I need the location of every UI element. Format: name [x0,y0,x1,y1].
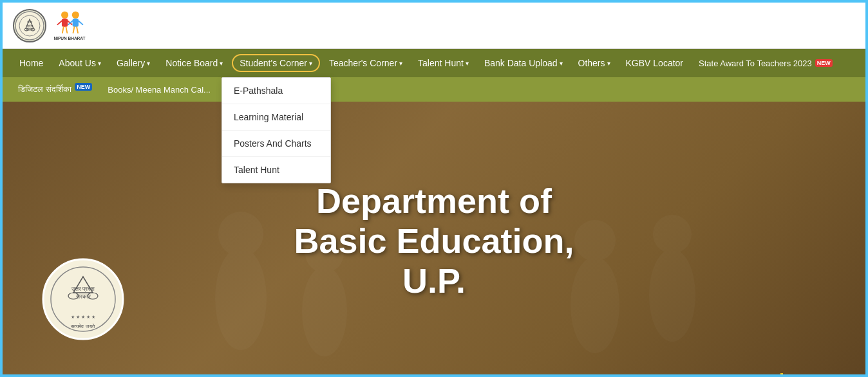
state-award-new-badge: NEW [815,59,833,67]
svg-point-8 [61,11,68,18]
notice-arrow: ▾ [220,60,223,67]
svg-point-28 [653,215,692,253]
nav-home[interactable]: Home [13,54,50,72]
hero-text: Department of Basic Education, U.P. [294,181,574,300]
up-govt-logo: उत्तर प्रदेश सरकार [13,9,46,42]
others-arrow: ▾ [607,60,610,67]
nav-notice-board[interactable]: Notice Board ▾ [159,54,229,72]
hero-section: उत्तर प्रदेश सरकार ★ ★ ★ ★ ★ सत्यमेव जयत… [3,102,865,377]
nav-others[interactable]: Others ▾ [572,54,617,72]
dropdown-epathshala[interactable]: E-Pathshala [222,78,330,104]
svg-text:NIPUN BHARAT: NIPUN BHARAT [54,36,86,41]
nav-students-corner[interactable]: Student's Corner ▾ [232,54,320,72]
gallery-arrow: ▾ [147,60,150,67]
svg-line-10 [57,21,62,24]
svg-point-14 [72,11,79,18]
students-corner-dropdown: E-Pathshala Learning Material Posters An… [222,77,331,183]
nav-state-award[interactable]: State Award To Teachers 2023 NEW [692,55,839,72]
nav-teachers-corner[interactable]: Teacher's Corner ▾ [323,54,409,72]
logo-area: उत्तर प्रदेश सरकार [13,9,86,42]
nav-bank-data[interactable]: Bank Data Upload ▾ [478,54,569,72]
svg-text:★ ★ ★ ★ ★: ★ ★ ★ ★ ★ [71,315,95,319]
nav-gallery[interactable]: Gallery ▾ [110,54,156,72]
nipun-logo: NIPUN BHARAT [53,9,86,42]
sec-nav-digital[interactable]: डिजिटल संदर्शिका NEW [13,81,97,97]
svg-point-22 [218,212,263,257]
teachers-arrow: ▾ [399,60,402,67]
svg-line-17 [79,21,83,24]
sec-nav-books[interactable]: Books/ Meena Manch Cal... [102,82,216,97]
svg-text:सत्यमेव जयते: सत्यमेव जयते [70,323,95,329]
nav-about[interactable]: About Us ▾ [52,54,108,72]
svg-line-19 [77,26,78,32]
dropdown-learning-material[interactable]: Learning Material [222,104,330,131]
about-arrow: ▾ [98,60,101,67]
hero-title: Department of Basic Education, U.P. [294,181,574,300]
secondary-navbar: डिजिटल संदर्शिका NEW Books/ Meena Manch … [3,77,865,102]
svg-line-18 [73,26,75,32]
svg-line-12 [62,26,64,32]
talent-arrow: ▾ [466,60,469,67]
header-top: उत्तर प्रदेश सरकार [3,3,865,49]
nav-talent-hunt[interactable]: Talent Hunt ▾ [411,54,475,72]
dropdown-talent-hunt[interactable]: Talent Hunt [222,157,330,183]
navbar: Home About Us ▾ Gallery ▾ Notice Board ▾… [3,49,865,77]
hero-emblem: उत्तर प्रदेश सरकार ★ ★ ★ ★ ★ सत्यमेव जयत… [41,257,125,341]
svg-rect-15 [73,18,79,26]
bank-arrow: ▾ [560,60,563,67]
dropdown-posters-charts[interactable]: Posters And Charts [222,131,330,157]
students-arrow: ▾ [309,60,312,67]
svg-point-21 [215,247,267,350]
svg-line-13 [66,26,67,32]
nav-kgbv[interactable]: KGBV Locator [619,54,690,72]
svg-point-26 [574,220,616,261]
svg-point-25 [571,257,619,353]
svg-point-27 [649,249,695,342]
svg-rect-9 [62,18,68,26]
digital-new-badge: NEW [75,83,92,91]
